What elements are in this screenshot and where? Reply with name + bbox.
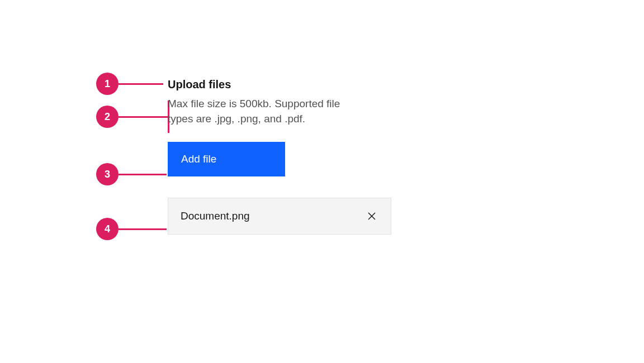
callout-1: 1 [96, 73, 163, 95]
callout-connector [119, 83, 163, 85]
uploaded-file-name: Document.png [181, 210, 250, 222]
uploader-title: Upload files [168, 78, 391, 91]
add-file-button-label: Add file [181, 153, 216, 165]
callout-badge-2: 2 [96, 106, 119, 128]
callout-number: 2 [105, 111, 110, 123]
callout-badge-3: 3 [96, 163, 119, 185]
callout-badge-4: 4 [96, 218, 119, 240]
uploader-description: Max file size is 500kb. Supported file t… [168, 97, 358, 126]
uploaded-file-row: Document.png [168, 198, 391, 235]
diagram-canvas: 1 2 3 4 Upload files Max file size is 50… [0, 0, 644, 363]
file-uploader: Upload files Max file size is 500kb. Sup… [168, 78, 391, 235]
callout-number: 4 [105, 223, 110, 235]
callout-3: 3 [96, 163, 167, 185]
callout-4: 4 [96, 218, 167, 240]
close-icon [367, 212, 376, 221]
callout-2: 2 [96, 101, 169, 133]
callout-number: 3 [105, 169, 110, 180]
callout-connector [119, 174, 167, 175]
remove-file-button[interactable] [365, 209, 378, 223]
callout-connector [119, 228, 167, 230]
callout-number: 1 [105, 78, 110, 90]
callout-connector [119, 116, 168, 118]
add-file-button[interactable]: Add file [168, 142, 285, 176]
callout-badge-1: 1 [96, 73, 119, 95]
